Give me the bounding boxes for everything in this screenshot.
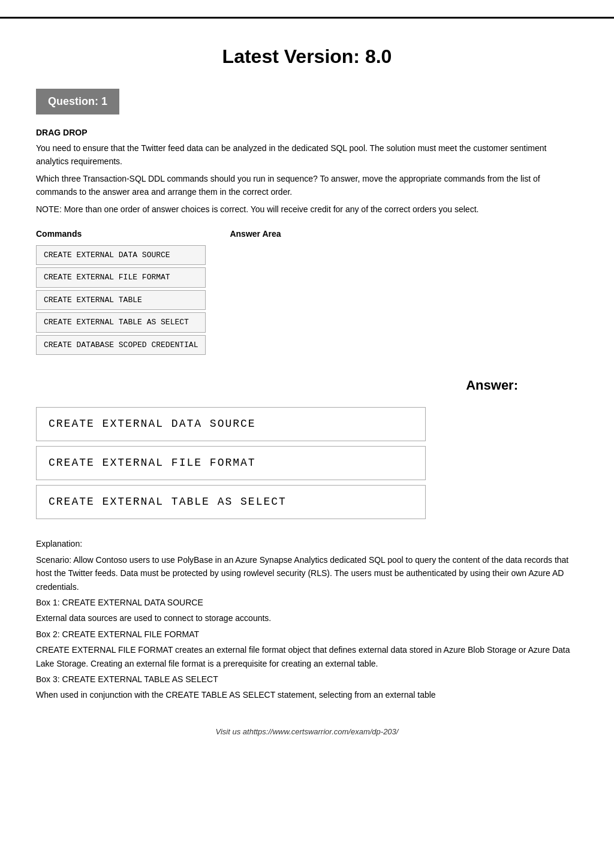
page-title: Latest Version: 8.0	[36, 42, 578, 71]
question-header: Question: 1	[36, 89, 119, 114]
explanation-header: Explanation:	[36, 537, 578, 550]
answer-area-column: Answer Area	[230, 228, 281, 358]
explanation-line-1: Scenario: Allow Contoso users to use Pol…	[36, 553, 578, 593]
command-item[interactable]: CREATE DATABASE SCOPED CREDENTIAL	[36, 335, 206, 355]
question-line-3: NOTE: More than one order of answer choi…	[36, 203, 578, 216]
answer-label: Answer:	[36, 375, 578, 395]
commands-header: Commands	[36, 228, 206, 240]
page-container: Latest Version: 8.0 Question: 1 DRAG DRO…	[0, 0, 614, 773]
explanation-line-3: External data sources are used to connec…	[36, 611, 578, 625]
answer-box-2: CREATE EXTERNAL FILE FORMAT	[36, 446, 426, 480]
explanation-line-6: Box 3: CREATE EXTERNAL TABLE AS SELECT	[36, 673, 578, 686]
drag-drop-label: DRAG DROP	[36, 126, 578, 139]
columns-area: Commands CREATE EXTERNAL DATA SOURCE CRE…	[36, 228, 578, 358]
answer-box-3: CREATE EXTERNAL TABLE AS SELECT	[36, 485, 426, 519]
answer-boxes-container: CREATE EXTERNAL DATA SOURCE CREATE EXTER…	[36, 407, 426, 519]
explanation-line-2: Box 1: CREATE EXTERNAL DATA SOURCE	[36, 596, 578, 609]
command-item[interactable]: CREATE EXTERNAL TABLE AS SELECT	[36, 312, 206, 333]
answer-area-header: Answer Area	[230, 228, 281, 240]
explanation-section: Explanation: Scenario: Allow Contoso use…	[36, 537, 578, 701]
command-item[interactable]: CREATE EXTERNAL DATA SOURCE	[36, 245, 206, 266]
explanation-line-4: Box 2: CREATE EXTERNAL FILE FORMAT	[36, 628, 578, 641]
answer-box-1: CREATE EXTERNAL DATA SOURCE	[36, 407, 426, 441]
top-border-line	[0, 17, 614, 19]
footer: Visit us athttps://www.certswarrior.com/…	[36, 726, 578, 738]
question-line-2: Which three Transaction-SQL DDL commands…	[36, 172, 578, 199]
question-section: DRAG DROP You need to ensure that the Tw…	[36, 126, 578, 216]
explanation-line-5: CREATE EXTERNAL FILE FORMAT creates an e…	[36, 643, 578, 670]
commands-column: Commands CREATE EXTERNAL DATA SOURCE CRE…	[36, 228, 206, 358]
explanation-line-7: When used in conjunction with the CREATE…	[36, 688, 578, 701]
command-item[interactable]: CREATE EXTERNAL FILE FORMAT	[36, 267, 206, 288]
question-line-1: You need to ensure that the Twitter feed…	[36, 141, 578, 168]
command-item[interactable]: CREATE EXTERNAL TABLE	[36, 290, 206, 311]
